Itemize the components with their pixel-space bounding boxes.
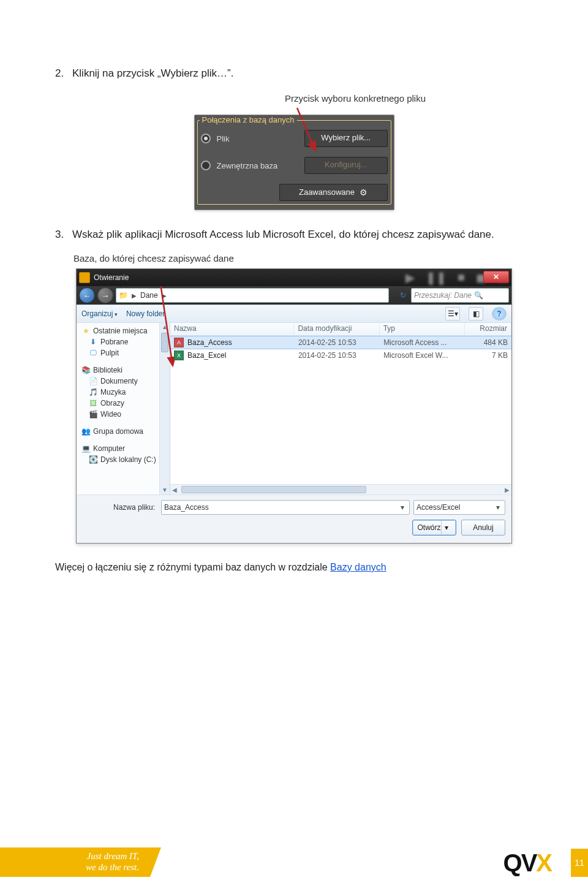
sidebar-item-documents[interactable]: 📄Dokumenty <box>77 376 159 387</box>
logo-x: X <box>536 849 551 876</box>
cancel-button-label: Anuluj <box>473 523 493 532</box>
sidebar-item-libraries[interactable]: 📚Biblioteki <box>77 365 159 376</box>
scroll-right-icon[interactable]: ▶ <box>503 487 511 493</box>
page-footer: Just dream IT, we do the rest. QVX 11 <box>0 840 588 883</box>
picture-icon: 🖼 <box>89 399 97 407</box>
new-folder-button[interactable]: Nowy folder <box>126 309 165 318</box>
step-3-number: 3. <box>55 229 72 241</box>
close-icon: ✕ <box>493 273 499 281</box>
cancel-button[interactable]: Anuluj <box>461 520 505 536</box>
databases-link[interactable]: Bazy danych <box>330 562 386 572</box>
nav-forward-button[interactable]: → <box>97 287 113 303</box>
file-type: Microsoft Access ... <box>380 338 465 347</box>
header-name[interactable]: Nazwa <box>170 323 294 335</box>
view-options-button[interactable]: ☰▾ <box>445 307 460 320</box>
chevron-down-icon[interactable]: ▾ <box>398 503 407 512</box>
computer-icon: 💻 <box>81 444 90 453</box>
file-list-headers[interactable]: Nazwa Data modyfikacji Typ Rozmiar <box>170 323 511 336</box>
close-button[interactable]: ✕ <box>483 271 509 283</box>
folder-icon: 📁 <box>119 291 128 300</box>
header-type[interactable]: Typ <box>380 323 465 335</box>
filename-value: Baza_Access <box>164 503 398 512</box>
radio-external-label: Zewnętrzna baza <box>217 161 299 170</box>
configure-button: Konfiguruj... <box>304 157 388 174</box>
scroll-thumb[interactable] <box>161 333 168 352</box>
search-input[interactable]: Przeszukaj: Dane 🔍 <box>411 288 509 303</box>
file-date: 2014-02-25 10:53 <box>295 351 380 360</box>
file-date: 2014-02-25 10:53 <box>295 338 380 347</box>
open-button-dropdown[interactable]: ▾ <box>441 520 451 535</box>
scroll-left-icon[interactable]: ◀ <box>170 487 179 493</box>
header-date[interactable]: Data modyfikacji <box>294 323 379 335</box>
refresh-icon[interactable]: ↻ <box>398 291 409 300</box>
sidebar-item-computer[interactable]: 💻Komputer <box>77 443 159 454</box>
radio-file[interactable] <box>201 134 211 143</box>
search-icon: 🔍 <box>474 291 483 300</box>
sidebar-item-homegroup[interactable]: 👥Grupa domowa <box>77 426 159 437</box>
radio-external[interactable] <box>201 161 211 170</box>
more-info-prefix: Więcej o łączeniu się z różnymi typami b… <box>55 562 330 572</box>
breadcrumb[interactable]: 📁 ▶ Dane ▶ <box>116 288 389 303</box>
panel-legend: Połączenia z bazą danych <box>200 115 297 124</box>
step-3-text: Wskaż plik aplikacji Microsoft Access lu… <box>72 229 494 241</box>
dialog-title: Otwieranie <box>94 273 129 282</box>
sidebar-item-video[interactable]: 🎬Wideo <box>77 409 159 420</box>
sidebar-item-desktop[interactable]: 🖵Pulpit <box>77 347 159 358</box>
step-3: 3. Wskaż plik aplikacji Microsoft Access… <box>55 229 533 241</box>
sidebar-item-music[interactable]: 🎵Muzyka <box>77 387 159 398</box>
sidebar: ★Ostatnie miejsca ⬇Pobrane 🖵Pulpit 📚Bibl… <box>77 323 160 495</box>
dialog-footer: Nazwa pliku: Baza_Access ▾ Access/Excel … <box>77 495 511 543</box>
h-scroll-thumb[interactable] <box>181 486 366 493</box>
open-button[interactable]: Otwórz ▾ <box>412 520 456 536</box>
sidebar-scrollbar[interactable]: ▲ ▼ <box>160 323 170 495</box>
step-2-text: Kliknij na przycisk „Wybierz plik…”. <box>72 67 233 80</box>
organize-button[interactable]: Organizuj <box>81 309 118 318</box>
help-button[interactable]: ? <box>492 307 507 320</box>
dialog-title-bar: Otwieranie ▶❚❚■◼⏏ ✕ <box>77 269 511 286</box>
filename-input[interactable]: Baza_Access ▾ <box>161 500 410 515</box>
caption-pick-button: Przycisk wyboru konkretnego pliku <box>178 93 533 104</box>
sidebar-item-recent[interactable]: ★Ostatnie miejsca <box>77 325 159 336</box>
chevron-right-icon: ▶ <box>132 292 137 299</box>
sidebar-item-diskc[interactable]: 💽Dysk lokalny (C:) <box>77 454 159 465</box>
breadcrumb-current: Dane <box>140 291 158 300</box>
file-size: 7 KB <box>465 351 511 360</box>
pick-file-button[interactable]: Wybierz plik... <box>304 130 388 147</box>
advanced-button[interactable]: Zaawansowane ⚙ <box>279 184 388 201</box>
file-horizontal-scrollbar[interactable]: ◀ ▶ <box>170 484 511 495</box>
file-size: 484 KB <box>465 338 511 347</box>
disk-icon: 💽 <box>89 455 97 464</box>
scroll-up-icon[interactable]: ▲ <box>162 323 168 332</box>
excel-file-icon <box>174 351 184 360</box>
preview-pane-button[interactable]: ◧ <box>469 307 483 320</box>
star-icon: ★ <box>81 327 90 335</box>
gear-icon: ⚙ <box>360 185 368 200</box>
nav-back-button[interactable]: ← <box>79 287 95 303</box>
file-type-value: Access/Excel <box>417 503 494 512</box>
file-type-filter[interactable]: Access/Excel ▾ <box>413 500 505 515</box>
header-size[interactable]: Rozmiar <box>465 323 511 335</box>
file-row[interactable]: Baza_Access2014-02-25 10:53Microsoft Acc… <box>170 336 511 349</box>
open-button-label: Otwórz <box>417 523 440 532</box>
desktop-icon: 🖵 <box>89 349 97 357</box>
file-row[interactable]: Baza_Excel2014-02-25 10:53Microsoft Exce… <box>170 349 511 362</box>
more-info-text: Więcej o łączeniu się z różnymi typami b… <box>55 562 533 573</box>
sidebar-item-downloads[interactable]: ⬇Pobrane <box>77 336 159 347</box>
access-file-icon <box>174 338 184 347</box>
filename-label: Nazwa pliku: <box>83 503 157 512</box>
file-type: Microsoft Excel W... <box>380 351 465 360</box>
search-placeholder: Przeszukaj: Dane <box>414 291 472 300</box>
db-connection-panel: Połączenia z bazą danych Plik Wybierz pl… <box>194 115 394 210</box>
qvx-logo: QVX <box>503 849 551 877</box>
breadcrumb-dropdown[interactable]: ▾ <box>391 291 395 300</box>
file-list-pane: Nazwa Data modyfikacji Typ Rozmiar Baza_… <box>170 323 511 495</box>
chevron-down-icon[interactable]: ▾ <box>494 503 502 512</box>
homegroup-icon: 👥 <box>81 427 90 436</box>
radio-file-label: Plik <box>217 134 299 143</box>
video-icon: 🎬 <box>89 410 97 419</box>
library-icon: 📚 <box>81 366 90 374</box>
sidebar-item-pictures[interactable]: 🖼Obrazy <box>77 398 159 409</box>
scroll-down-icon[interactable]: ▼ <box>162 486 168 495</box>
chevron-right-icon: ▶ <box>162 292 167 299</box>
step-2-number: 2. <box>55 67 72 80</box>
